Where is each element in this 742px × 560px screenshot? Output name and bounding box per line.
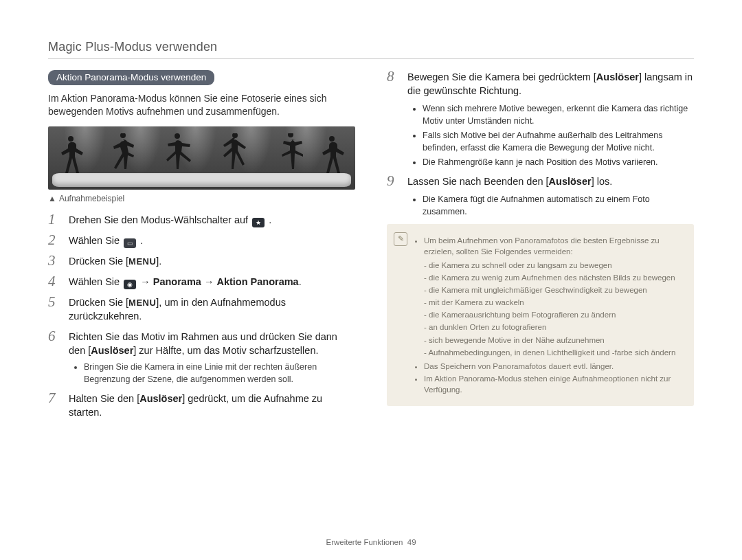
right-column: Bewegen Sie die Kamera bei gedrücktem [A… [387,70,694,426]
dancer-silhouette-icon [276,133,303,176]
step-4: Wählen Sie ◉ → Panorama → Aktion Panoram… [48,275,355,289]
step-bold: Aktion Panorama [216,276,298,287]
caption-text: Aufnahmebeispiel [59,194,124,203]
menu-button-label: MENU [128,297,156,309]
step-text: . [140,235,143,246]
two-column-layout: Aktion Panorama-Modus verwenden Im Aktio… [48,70,694,426]
footer-page-number: 49 [407,538,416,546]
note-extra-item: Im Aktion Panorama-Modus stehen einige A… [424,373,684,395]
step-9: Lassen Sie nach Beenden den [Auslöser] l… [387,175,694,218]
bullet-item: Falls sich Motive bei der Aufnahme außer… [423,129,694,154]
note-dash-item: Aufnahmebedingungen, in denen Lichthelli… [424,347,684,358]
dancer-silhouette-icon [318,133,346,176]
left-column: Aktion Panorama-Modus verwenden Im Aktio… [48,70,355,426]
step-text: Wählen Sie [69,235,122,246]
step-3: Drücken Sie [MENU]. [48,254,355,268]
step-bold: Auslöser [139,393,182,404]
step-text: → [204,276,217,287]
step-text: Lassen Sie nach Beenden den [ [407,176,549,187]
footer-section: Erweiterte Funktionen [326,538,403,546]
step-text: Drücken Sie [ [69,256,128,267]
mode-dial-icon: ★ [252,218,265,227]
step-bold: Auslöser [549,176,592,187]
step-7: Halten Sie den [Auslöser] gedrückt, um d… [48,392,355,420]
bullet-item: Die Kamera fügt die Aufnahmen automatisc… [423,193,694,218]
note-dash-item: die Kamera zu schnell oder zu langsam zu… [424,260,684,271]
note-body: Um beim Aufnehmen von Panoramafotos die … [414,232,684,398]
step-text: . [269,214,271,225]
step-bold: Auslöser [91,345,133,356]
step-9-bullets: Die Kamera fügt die Aufnahmen automatisc… [423,193,694,218]
bullet-item: Wenn sich mehrere Motive bewegen, erkenn… [423,102,694,127]
note-dash-item: die Kamera zu wenig zum Aufnehmen des nä… [424,272,684,283]
step-text: Halten Sie den [ [69,393,139,404]
illustration-caption: ▲Aufnahmebeispiel [48,194,355,203]
illustration-panorama [48,126,355,190]
note-extra-item: Das Speichern von Panoramafotos dauert e… [424,361,684,372]
note-icon: ✎ [394,232,407,246]
note-dash-item: mit der Kamera zu wackeln [424,297,684,308]
caret-up-icon: ▲ [48,194,56,203]
camera-icon: ◉ [124,280,136,289]
note-dash-item: an dunklen Orten zu fotografieren [424,322,684,333]
step-text: ]. [156,256,161,267]
note-dash-item: die Kamera mit ungleichmäßiger Geschwind… [424,284,684,295]
steps-list-right: Bewegen Sie die Kamera bei gedrücktem [A… [387,70,694,218]
step-text: → [140,276,153,287]
step-8-bullets: Wenn sich mehrere Motive bewegen, erkenn… [423,102,694,169]
step-text: . [299,276,302,287]
step-text: Drücken Sie [ [69,297,128,308]
step-2: Wählen Sie ▭ . [48,234,355,248]
step-5: Drücken Sie [MENU], um in den Aufnahmemo… [48,295,355,324]
page-title: Magic Plus-Modus verwenden [48,40,694,59]
manual-page: Magic Plus-Modus verwenden Aktion Panora… [0,0,742,560]
dancer-silhouette-icon [57,133,85,176]
step-bold: Panorama [153,276,201,287]
page-footer: Erweiterte Funktionen 49 [0,538,742,546]
dancer-silhouette-icon [220,133,247,176]
step-6: Richten Sie das Motiv im Rahmen aus und … [48,330,355,386]
illustration-floor [52,173,351,187]
dancer-silhouette-icon [109,133,137,176]
panorama-mode-icon: ▭ [124,238,136,248]
section-pill: Aktion Panorama-Modus verwenden [48,70,214,85]
bullet-item: Bringen Sie die Kamera in eine Linie mit… [84,361,355,385]
note-box: ✎ Um beim Aufnehmen von Panoramafotos di… [387,224,694,406]
dancer-silhouette-icon [165,133,192,176]
step-8: Bewegen Sie die Kamera bei gedrücktem [A… [387,70,694,168]
step-text: ] zur Hälfte, um das Motiv scharfzustell… [133,345,318,356]
intro-text: Im Aktion Panorama-Modus können Sie eine… [48,92,355,118]
step-text: Wählen Sie [69,276,122,287]
step-1: Drehen Sie den Modus-Wählschalter auf ★ … [48,213,355,227]
note-lead: Um beim Aufnehmen von Panoramafotos die … [424,235,684,257]
step-text: Bewegen Sie die Kamera bei gedrücktem [ [407,71,596,82]
note-dash-item: die Kameraausrichtung beim Fotografieren… [424,309,684,320]
step-bold: Auslöser [596,71,639,82]
step-text: Drehen Sie den Modus-Wählschalter auf [69,214,251,225]
note-dash-item: sich bewegende Motive in der Nähe aufzun… [424,335,684,346]
step-6-bullets: Bringen Sie die Kamera in eine Linie mit… [84,361,355,385]
bullet-item: Die Rahmengröße kann je nach Position de… [423,156,694,168]
steps-list-left: Drehen Sie den Modus-Wählschalter auf ★ … [48,213,355,420]
menu-button-label: MENU [128,256,156,268]
step-text: ] los. [592,176,613,187]
